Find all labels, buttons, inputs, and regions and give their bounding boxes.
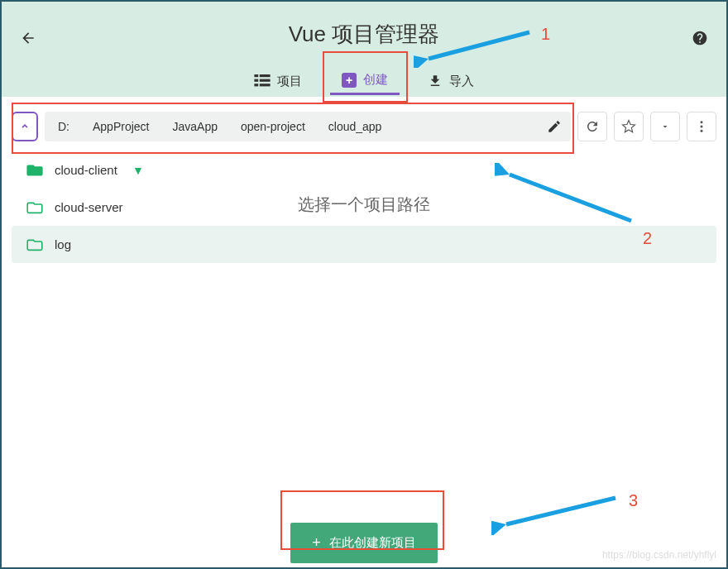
edit-path-button[interactable]: [541, 113, 568, 140]
tab-create[interactable]: + 创建: [330, 67, 400, 95]
path-bar: D: AppProject JavaApp open-project cloud…: [2, 97, 726, 151]
breadcrumb-segment[interactable]: JavaApp: [162, 113, 227, 140]
create-project-button[interactable]: + 在此创建新项目: [290, 523, 438, 563]
file-name: cloud-server: [55, 200, 123, 214]
chevron-up-icon: [19, 121, 31, 132]
svg-point-8: [701, 130, 703, 132]
svg-rect-2: [254, 79, 258, 82]
breadcrumb-segment[interactable]: open-project: [231, 113, 315, 140]
svg-rect-5: [260, 84, 271, 86]
refresh-icon: [585, 119, 600, 134]
help-icon: [692, 30, 708, 46]
tabs: 项目 + 创建 导入: [2, 67, 726, 95]
tab-label: 创建: [363, 72, 388, 88]
tab-import[interactable]: 导入: [416, 67, 486, 95]
folder-outline-icon: [26, 238, 43, 251]
tab-projects[interactable]: 项目: [242, 67, 314, 95]
file-name: cloud-client: [55, 163, 117, 177]
tab-label: 项目: [277, 74, 302, 89]
plus-icon: +: [312, 534, 321, 552]
back-button[interactable]: [18, 28, 38, 48]
favorite-button[interactable]: [614, 112, 644, 141]
more-vert-icon: [694, 119, 709, 134]
header: Vue 项目管理器 项目 + 创建 导入: [2, 2, 726, 97]
breadcrumb-segment[interactable]: D:: [48, 113, 79, 140]
list-icon: [254, 74, 271, 88]
watermark: https://blog.csdn.net/yhflyl: [602, 549, 716, 561]
create-button-label: 在此创建新项目: [329, 535, 416, 551]
svg-rect-4: [254, 84, 258, 86]
list-item[interactable]: log: [12, 226, 716, 263]
tab-label: 导入: [449, 74, 474, 89]
arrow-left-icon: [20, 30, 36, 46]
import-icon: [428, 74, 443, 88]
file-name: log: [55, 237, 71, 251]
plus-icon: +: [342, 73, 357, 88]
breadcrumb: D: AppProject JavaApp open-project cloud…: [45, 112, 571, 141]
more-button[interactable]: [687, 112, 716, 141]
caret-down-icon: [660, 122, 670, 131]
breadcrumb-segment[interactable]: AppProject: [83, 113, 159, 140]
folder-icon: [26, 164, 43, 177]
dropdown-button[interactable]: [650, 112, 680, 141]
path-up-button[interactable]: [12, 112, 38, 141]
list-item[interactable]: cloud-client ▼: [12, 151, 716, 189]
vue-badge-icon: ▼: [132, 164, 144, 177]
svg-point-7: [701, 126, 703, 128]
subtitle: 选择一个项目路径: [290, 190, 438, 219]
svg-rect-1: [260, 74, 271, 77]
refresh-button[interactable]: [577, 112, 607, 141]
breadcrumb-segment[interactable]: cloud_app: [318, 113, 392, 140]
pencil-icon: [547, 119, 562, 134]
svg-point-6: [701, 121, 703, 123]
help-button[interactable]: [690, 28, 710, 48]
annotation-number-3: 3: [629, 491, 638, 510]
folder-outline-icon: [26, 201, 43, 214]
page-title: Vue 项目管理器: [2, 2, 726, 49]
svg-rect-3: [260, 79, 271, 82]
star-icon: [621, 119, 636, 134]
svg-rect-0: [254, 74, 258, 77]
